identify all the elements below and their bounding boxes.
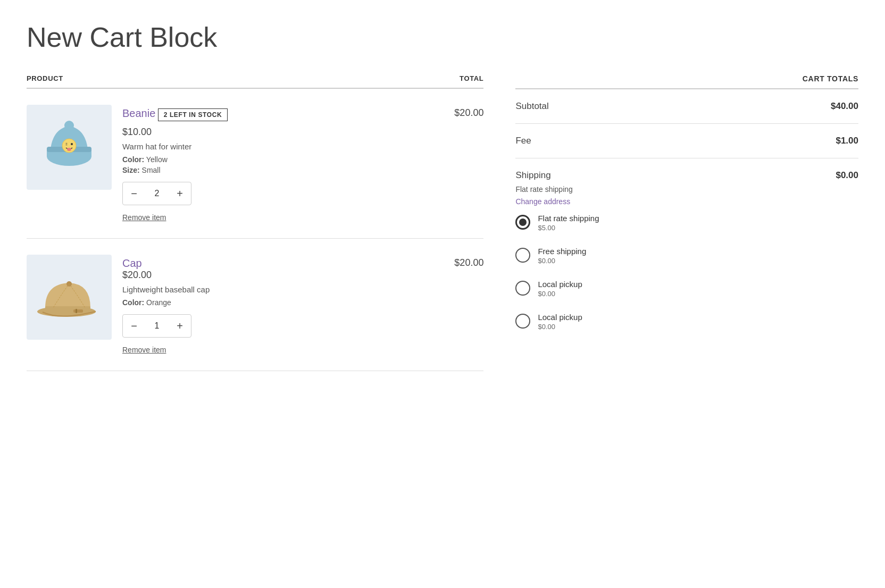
- shipping-option-flat_rate[interactable]: Flat rate shipping$5.00: [515, 206, 858, 239]
- cap-illustration: [37, 273, 101, 321]
- beanie-illustration: [40, 118, 98, 177]
- shipping-option-price-flat_rate: $5.00: [538, 224, 599, 232]
- quantity-increase-cap[interactable]: +: [169, 315, 191, 337]
- remove-item-beanie[interactable]: Remove item: [122, 213, 166, 222]
- change-address-link[interactable]: Change address: [515, 197, 570, 206]
- shipping-value: $0.00: [836, 170, 858, 181]
- svg-rect-12: [73, 309, 83, 313]
- quantity-decrease-cap[interactable]: −: [123, 315, 145, 337]
- svg-rect-13: [76, 309, 77, 313]
- radio-local_pickup_1[interactable]: [515, 281, 530, 296]
- shipping-option-details-local_pickup_2: Local pickup$0.00: [538, 313, 582, 331]
- size-label-beanie: Size:: [122, 166, 140, 174]
- shipping-option-local_pickup_2[interactable]: Local pickup$0.00: [515, 305, 858, 338]
- stock-badge-beanie: 2 LEFT IN STOCK: [158, 108, 228, 121]
- shipping-option-local_pickup_1[interactable]: Local pickup$0.00: [515, 272, 858, 305]
- page-title: New Cart Block: [27, 21, 858, 53]
- shipping-option-name-local_pickup_1: Local pickup: [538, 280, 582, 289]
- shipping-option-price-free_shipping: $0.00: [538, 257, 586, 265]
- product-size-beanie: Size: Small: [122, 166, 430, 174]
- shipping-top: Shipping $0.00: [515, 170, 858, 181]
- quantity-increase-beanie[interactable]: +: [169, 182, 191, 205]
- color-label-beanie: Color:: [122, 155, 144, 164]
- quantity-control-cap: − 1 +: [122, 314, 191, 338]
- product-name-cap[interactable]: Cap: [122, 257, 142, 269]
- size-value-beanie: Small: [142, 166, 161, 174]
- shipping-option-name-free_shipping: Free shipping: [538, 247, 586, 256]
- subtotal-row: Subtotal $40.00: [515, 89, 858, 124]
- subtotal-label: Subtotal: [515, 101, 548, 112]
- remove-item-cap[interactable]: Remove item: [122, 346, 166, 354]
- svg-rect-10: [45, 306, 90, 310]
- cart-right: CART TOTALS Subtotal $40.00 Fee $1.00 Sh…: [515, 74, 858, 371]
- item-total-cap: $20.00: [441, 255, 483, 268]
- cart-header-total: TOTAL: [460, 74, 483, 82]
- shipping-option-details-local_pickup_1: Local pickup$0.00: [538, 280, 582, 298]
- cart-item-cap: Cap $20.00 Lightweight baseball cap Colo…: [27, 239, 483, 371]
- product-color-cap: Color: Orange: [122, 298, 430, 307]
- item-total-beanie: $20.00: [441, 105, 483, 119]
- shipping-option-price-local_pickup_1: $0.00: [538, 290, 582, 298]
- product-price-beanie: $10.00: [122, 127, 430, 138]
- product-description-beanie: Warm hat for winter: [122, 142, 430, 151]
- cart-left: PRODUCT TOTAL: [27, 74, 483, 371]
- color-value-beanie: Yellow: [146, 155, 168, 164]
- fee-row: Fee $1.00: [515, 124, 858, 158]
- fee-label: Fee: [515, 136, 531, 146]
- quantity-decrease-beanie[interactable]: −: [123, 182, 145, 205]
- shipping-option-price-local_pickup_2: $0.00: [538, 323, 582, 331]
- shipping-description: Flat rate shipping: [515, 185, 858, 194]
- product-description-cap: Lightweight baseball cap: [122, 285, 430, 294]
- shipping-option-free_shipping[interactable]: Free shipping$0.00: [515, 239, 858, 272]
- fee-value: $1.00: [836, 136, 858, 146]
- svg-point-3: [64, 121, 74, 130]
- main-layout: PRODUCT TOTAL: [27, 74, 858, 371]
- quantity-value-beanie: 2: [145, 189, 169, 198]
- shipping-option-name-flat_rate: Flat rate shipping: [538, 214, 599, 223]
- color-label-cap: Color:: [122, 298, 144, 307]
- svg-point-7: [67, 148, 71, 151]
- quantity-control-beanie: − 2 +: [122, 182, 191, 205]
- product-image-cap: [27, 255, 112, 340]
- cart-header: PRODUCT TOTAL: [27, 74, 483, 89]
- shipping-label: Shipping: [515, 170, 550, 181]
- product-details-cap: Cap $20.00 Lightweight baseball cap Colo…: [122, 255, 430, 355]
- shipping-option-name-local_pickup_2: Local pickup: [538, 313, 582, 322]
- shipping-section: Shipping $0.00 Flat rate shipping Change…: [515, 158, 858, 350]
- product-price-cap: $20.00: [122, 270, 430, 281]
- product-image-beanie: [27, 105, 112, 190]
- color-value-cap: Orange: [146, 298, 171, 307]
- shipping-options-container: Flat rate shipping$5.00Free shipping$0.0…: [515, 206, 858, 338]
- shipping-option-details-flat_rate: Flat rate shipping$5.00: [538, 214, 599, 232]
- product-name-beanie[interactable]: Beanie: [122, 107, 155, 119]
- radio-local_pickup_2[interactable]: [515, 314, 530, 329]
- product-details-beanie: Beanie 2 LEFT IN STOCK $10.00 Warm hat f…: [122, 105, 430, 222]
- radio-flat_rate[interactable]: [515, 215, 530, 230]
- quantity-value-cap: 1: [145, 321, 169, 331]
- cart-header-product: PRODUCT: [27, 74, 63, 82]
- subtotal-value: $40.00: [831, 101, 858, 112]
- shipping-option-details-free_shipping: Free shipping$0.00: [538, 247, 586, 265]
- radio-inner-flat_rate: [519, 219, 527, 226]
- svg-point-6: [71, 143, 73, 145]
- product-color-beanie: Color: Yellow: [122, 155, 430, 164]
- radio-free_shipping[interactable]: [515, 248, 530, 263]
- cart-item-beanie: Beanie 2 LEFT IN STOCK $10.00 Warm hat f…: [27, 89, 483, 239]
- cart-totals-header: CART TOTALS: [515, 74, 858, 89]
